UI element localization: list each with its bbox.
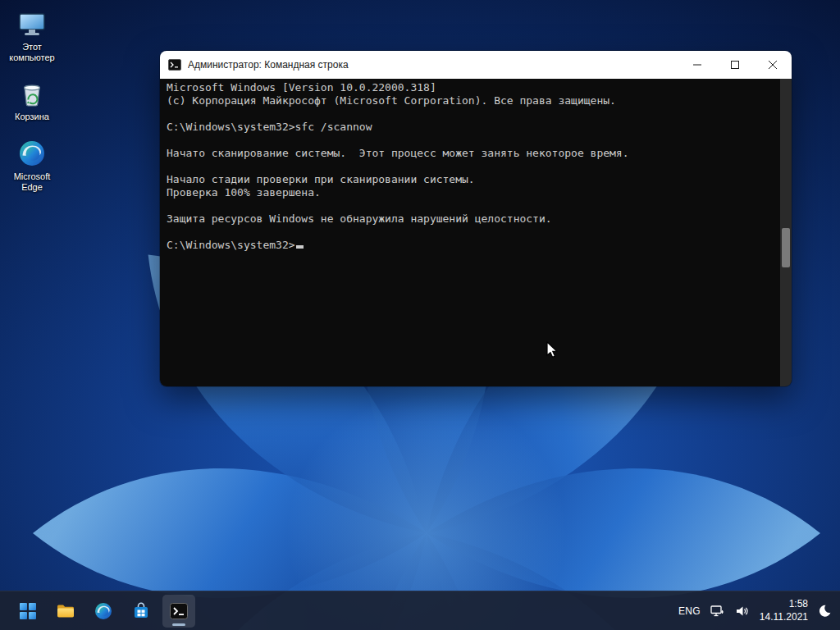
microsoft-store-button[interactable] — [125, 595, 158, 628]
console-line: Защита ресурсов Windows не обнаружила на… — [167, 212, 785, 226]
desktop-icon-list: Этот компьютер Корзина — [2, 7, 62, 194]
clock-time: 1:58 — [760, 598, 808, 611]
file-explorer-button[interactable] — [49, 595, 82, 628]
console-prompt: C:\Windows\system32> — [167, 239, 295, 251]
window-controls — [678, 51, 792, 79]
taskbar: ENG 1:58 14.11.2021 — [0, 591, 840, 630]
console-line — [167, 226, 785, 239]
console-line: (c) Корпорация Майкрософт (Microsoft Cor… — [167, 94, 785, 107]
desktop-icon-recycle-bin[interactable]: Корзина — [2, 76, 62, 124]
store-bag-icon — [131, 601, 151, 621]
desktop-icon-edge[interactable]: Microsoft Edge — [2, 136, 62, 194]
desktop: Этот компьютер Корзина — [0, 0, 840, 630]
volume-icon[interactable] — [735, 605, 750, 618]
console-line — [167, 160, 785, 173]
text-cursor — [296, 245, 304, 249]
console-line: Microsoft Windows [Version 10.0.22000.31… — [167, 81, 785, 94]
console-line: Начато сканирование системы. Этот процес… — [167, 147, 785, 160]
cmd-icon — [168, 59, 181, 71]
minimize-button[interactable] — [678, 51, 716, 79]
window-titlebar[interactable]: Администратор: Командная строка — [160, 51, 792, 79]
console-line — [167, 107, 785, 121]
start-button[interactable] — [11, 595, 44, 628]
desktop-icon-label: Microsoft Edge — [2, 171, 62, 193]
scrollbar-thumb[interactable] — [782, 228, 790, 267]
taskbar-clock[interactable]: 1:58 14.11.2021 — [760, 598, 808, 623]
maximize-button[interactable] — [716, 51, 754, 79]
console-scrollbar[interactable] — [780, 79, 792, 386]
desktop-icon-this-pc[interactable]: Этот компьютер — [2, 7, 62, 65]
desktop-icon-label: Этот компьютер — [2, 42, 62, 63]
language-indicator[interactable]: ENG — [678, 605, 701, 617]
window-title: Администратор: Командная строка — [188, 59, 678, 71]
focus-assist-moon-icon[interactable] — [818, 604, 832, 618]
clock-date: 14.11.2021 — [760, 611, 808, 624]
console-output[interactable]: Microsoft Windows [Version 10.0.22000.31… — [160, 79, 792, 386]
command-prompt-window: Администратор: Командная строка Microsof… — [160, 51, 792, 386]
folder-icon — [56, 601, 75, 621]
close-button[interactable] — [754, 51, 792, 79]
console-prompt-line: C:\Windows\system32> — [167, 239, 785, 252]
edge-taskbar-button[interactable] — [87, 595, 120, 628]
console-line — [167, 134, 785, 147]
network-icon[interactable] — [710, 605, 725, 618]
this-pc-icon — [16, 8, 48, 39]
edge-icon — [16, 138, 48, 169]
desktop-icon-label: Корзина — [15, 112, 49, 122]
console-line: Проверка 100% завершена. — [167, 186, 785, 199]
recycle-bin-icon — [16, 78, 48, 109]
console-line — [167, 199, 785, 212]
windows-logo-icon — [19, 602, 37, 620]
command-prompt-icon — [169, 601, 189, 621]
edge-icon — [94, 601, 113, 621]
command-prompt-taskbar-button[interactable] — [162, 595, 195, 628]
taskbar-icon-group — [11, 595, 195, 628]
system-tray: ENG 1:58 14.11.2021 — [678, 598, 832, 623]
console-line: Начало стадии проверки при сканировании … — [167, 173, 785, 186]
console-line: C:\Windows\system32>sfc /scannow — [167, 121, 785, 134]
